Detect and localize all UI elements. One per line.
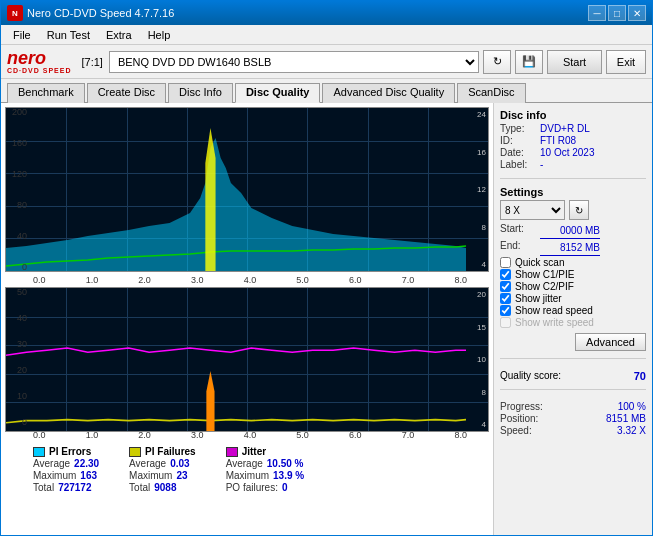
show-c1pie-label: Show C1/PIE (515, 269, 574, 280)
top-chart-y-axis: 24 16 12 8 4 (466, 108, 488, 271)
minimize-button[interactable]: ─ (588, 5, 606, 21)
close-button[interactable]: ✕ (628, 5, 646, 21)
tab-create-disc[interactable]: Create Disc (87, 83, 166, 103)
bottom-y-left: 50 40 30 20 10 0 (1, 287, 29, 427)
pi-errors-max: Maximum 163 (33, 470, 99, 481)
jitter-legend: Jitter Average 10.50 % Maximum 13.9 % PO… (226, 446, 304, 493)
quick-scan-label: Quick scan (515, 257, 564, 268)
show-read-speed-checkbox[interactable] (500, 305, 511, 316)
speed-row-prog: Speed: 3.32 X (500, 425, 646, 436)
quality-section: Quality score: 70 (500, 370, 646, 382)
show-c1pie-checkbox[interactable] (500, 269, 511, 280)
drive-label: [7:1] (82, 56, 103, 68)
menu-file[interactable]: File (5, 28, 39, 42)
pi-failures-legend: PI Failures Average 0.03 Maximum 23 Tota… (129, 446, 196, 493)
bottom-chart-y-axis: 20 15 10 8 4 (466, 288, 488, 431)
show-c1pie-row: Show C1/PIE (500, 269, 646, 280)
divider-1 (500, 178, 646, 179)
bottom-chart-svg (6, 288, 466, 431)
svg-marker-2 (206, 371, 214, 431)
show-c2pif-label: Show C2/PIF (515, 281, 574, 292)
disc-info-title: Disc info (500, 109, 646, 121)
quick-scan-checkbox[interactable] (500, 257, 511, 268)
settings-section: Settings 8 X ↻ Start: End: Qui (500, 186, 646, 351)
speed-selector[interactable]: 8 X (500, 200, 565, 220)
disc-date-row: Date: 10 Oct 2023 (500, 147, 646, 158)
app-icon: N (7, 5, 23, 21)
bottom-chart: 20 15 10 8 4 (5, 287, 489, 432)
advanced-button[interactable]: Advanced (575, 333, 646, 351)
progress-section: Progress: 100 % Position: 8151 MB Speed:… (500, 401, 646, 437)
menu-run-test[interactable]: Run Test (39, 28, 98, 42)
menu-bar: File Run Test Extra Help (1, 25, 652, 45)
exit-button[interactable]: Exit (606, 50, 646, 74)
window-title: Nero CD-DVD Speed 4.7.7.16 (27, 7, 174, 19)
maximize-button[interactable]: □ (608, 5, 626, 21)
save-button[interactable]: 💾 (515, 50, 543, 74)
svg-marker-1 (205, 128, 215, 271)
menu-help[interactable]: Help (140, 28, 179, 42)
drive-selector[interactable]: BENQ DVD DD DW1640 BSLB (109, 51, 479, 73)
tab-disc-info[interactable]: Disc Info (168, 83, 233, 103)
bottom-chart-wrapper: 20 15 10 8 4 50 40 30 20 10 0 (5, 287, 489, 427)
pi-errors-legend: PI Errors Average 22.30 Maximum 163 Tota… (33, 446, 99, 493)
show-write-speed-row: Show write speed (500, 317, 646, 328)
show-jitter-checkbox[interactable] (500, 293, 511, 304)
progress-row: Progress: 100 % (500, 401, 646, 412)
tab-scan-disc[interactable]: ScanDisc (457, 83, 525, 103)
top-x-axis: 0.01.02.03.04.05.06.07.08.0 (5, 274, 489, 286)
toolbar: nero CD·DVD SPEED [7:1] BENQ DVD DD DW16… (1, 45, 652, 79)
title-bar: N Nero CD-DVD Speed 4.7.7.16 ─ □ ✕ (1, 1, 652, 25)
top-y-left: 200 160 120 80 40 0 (1, 107, 29, 272)
end-mb-input[interactable] (540, 240, 600, 256)
jitter-title: Jitter (226, 446, 304, 457)
refresh-button[interactable]: ↻ (483, 50, 511, 74)
show-read-speed-row: Show read speed (500, 305, 646, 316)
pi-errors-avg: Average 22.30 (33, 458, 99, 469)
show-write-speed-label: Show write speed (515, 317, 594, 328)
show-c2pif-checkbox[interactable] (500, 281, 511, 292)
main-content: 24 16 12 8 4 200 160 120 80 40 0 (1, 103, 652, 535)
start-button[interactable]: Start (547, 50, 602, 74)
speed-refresh-button[interactable]: ↻ (569, 200, 589, 220)
start-mb-input[interactable] (540, 223, 600, 239)
pi-errors-color (33, 447, 45, 457)
tab-disc-quality[interactable]: Disc Quality (235, 83, 321, 103)
jitter-po: PO failures: 0 (226, 482, 304, 493)
divider-2 (500, 358, 646, 359)
top-chart-wrapper: 24 16 12 8 4 200 160 120 80 40 0 (5, 107, 489, 272)
disc-type-row: Type: DVD+R DL (500, 123, 646, 134)
pi-failures-max: Maximum 23 (129, 470, 196, 481)
show-write-speed-checkbox[interactable] (500, 317, 511, 328)
end-mb-row: End: (500, 240, 646, 256)
title-bar-buttons: ─ □ ✕ (588, 5, 646, 21)
disc-label-row: Label: - (500, 159, 646, 170)
jitter-max: Maximum 13.9 % (226, 470, 304, 481)
show-read-speed-label: Show read speed (515, 305, 593, 316)
logo-area: nero CD·DVD SPEED (7, 49, 72, 74)
disc-info-section: Disc info Type: DVD+R DL ID: FTI R08 Dat… (500, 109, 646, 171)
nero-logo: nero (7, 49, 72, 67)
jitter-color (226, 447, 238, 457)
settings-title: Settings (500, 186, 646, 198)
tab-benchmark[interactable]: Benchmark (7, 83, 85, 103)
top-chart: 24 16 12 8 4 (5, 107, 489, 272)
main-window: N Nero CD-DVD Speed 4.7.7.16 ─ □ ✕ File … (0, 0, 653, 536)
show-jitter-row: Show jitter (500, 293, 646, 304)
divider-3 (500, 389, 646, 390)
right-panel: Disc info Type: DVD+R DL ID: FTI R08 Dat… (494, 103, 652, 535)
pi-failures-color (129, 447, 141, 457)
jitter-avg: Average 10.50 % (226, 458, 304, 469)
menu-extra[interactable]: Extra (98, 28, 140, 42)
legend-area: PI Errors Average 22.30 Maximum 163 Tota… (5, 442, 489, 497)
position-row: Position: 8151 MB (500, 413, 646, 424)
tab-advanced-disc-quality[interactable]: Advanced Disc Quality (322, 83, 455, 103)
start-mb-row: Start: (500, 223, 646, 239)
title-bar-left: N Nero CD-DVD Speed 4.7.7.16 (7, 5, 174, 21)
top-chart-svg (6, 108, 466, 271)
show-jitter-label: Show jitter (515, 293, 562, 304)
show-c2pif-row: Show C2/PIF (500, 281, 646, 292)
chart-area: 24 16 12 8 4 200 160 120 80 40 0 (1, 103, 494, 535)
pi-failures-total: Total 9088 (129, 482, 196, 493)
nero-sub: CD·DVD SPEED (7, 67, 72, 74)
